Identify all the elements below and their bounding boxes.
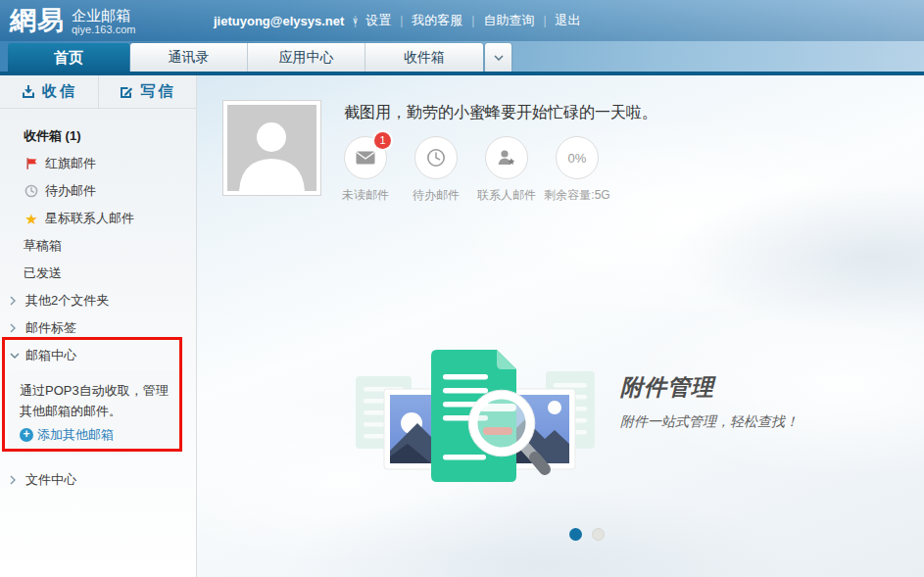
mail-center-title: 邮箱中心 — [25, 347, 76, 364]
stat-contact-mail[interactable]: 联系人邮件 — [471, 136, 542, 204]
mail-icon — [356, 151, 375, 165]
stat-label: 剩余容量:5G — [544, 187, 609, 204]
stat-label: 待办邮件 — [413, 187, 460, 204]
divider: | — [543, 14, 546, 27]
carousel-dot-1[interactable] — [569, 528, 582, 541]
folder-label: 星标联系人邮件 — [45, 210, 134, 227]
folder-label: 待办邮件 — [45, 182, 96, 200]
divider: | — [471, 14, 474, 27]
tab-dropdown-toggle[interactable] — [485, 43, 511, 72]
stat-todo-mail[interactable]: 待办邮件 — [401, 136, 471, 204]
chevron-right-icon — [10, 296, 20, 306]
banner-title: 附件管理 — [620, 372, 799, 403]
avatar[interactable] — [223, 101, 320, 195]
netease-logo: 網易 企业邮箱 qiye.163.com — [10, 3, 135, 38]
folder-mail-tags[interactable]: 邮件标签 — [0, 314, 196, 342]
capacity-percent: 0% — [568, 151, 587, 166]
compose-pencil-icon — [119, 84, 134, 100]
receive-mail-button[interactable]: 收信 — [0, 75, 99, 108]
attachment-banner-text: 附件管理 附件一站式管理，轻松查找！ — [620, 372, 799, 431]
cloud-decoration — [667, 183, 924, 330]
stat-label: 联系人邮件 — [477, 187, 536, 204]
folder-starred-contacts[interactable]: ★ 星标联系人邮件 — [0, 205, 196, 232]
plus-circle-icon: + — [20, 428, 33, 442]
sidebar: 收信 写信 收件箱 (1) 红旗邮 — [0, 75, 197, 577]
pop3-desc-line2: 其他邮箱的邮件。 — [20, 401, 172, 421]
clock-icon — [24, 184, 39, 198]
file-center-section[interactable]: 文件中心 — [0, 466, 196, 494]
add-other-mailbox-link[interactable]: + 添加其他邮箱 — [20, 424, 172, 445]
attachment-banner-illustration[interactable] — [349, 345, 599, 491]
tab-contacts[interactable]: 通讯录 — [130, 43, 248, 72]
folder-label: 红旗邮件 — [45, 155, 96, 172]
tab-bar: 首页 通讯录 应用中心 收件箱 — [0, 41, 924, 72]
chevron-down-icon — [10, 353, 20, 359]
folder-label: 其他2个文件夹 — [25, 292, 109, 310]
greeting-text: 截图用，勤劳的小蜜蜂要开始忙碌的一天啦。 — [344, 103, 657, 123]
compose-mail-button[interactable]: 写信 — [99, 75, 197, 108]
file-center-label: 文件中心 — [25, 471, 76, 489]
chevron-right-icon — [10, 323, 20, 333]
attachment-illustration-graphic — [349, 345, 599, 487]
top-bar: 網易 企业邮箱 qiye.163.com jietuyong@elysys.ne… — [0, 0, 924, 41]
mail-center-section[interactable]: 邮箱中心 — [0, 342, 196, 369]
product-domain: qiye.163.com — [72, 24, 135, 35]
folder-other-folders[interactable]: 其他2个文件夹 — [0, 287, 196, 314]
logout-link[interactable]: 退出 — [556, 12, 581, 29]
divider: | — [400, 14, 403, 27]
folder-red-flag[interactable]: 红旗邮件 — [0, 150, 196, 177]
cloud-decoration — [285, 487, 795, 577]
tab-home[interactable]: 首页 — [8, 43, 129, 72]
stat-remaining-capacity[interactable]: 0% 剩余容量:5G — [542, 136, 612, 204]
product-name: 企业邮箱 — [72, 8, 135, 24]
customer-service-link[interactable]: 我的客服 — [412, 12, 462, 29]
person-silhouette-icon — [227, 105, 316, 191]
self-query-link[interactable]: 自助查询 — [483, 12, 534, 29]
divider: | — [354, 14, 357, 27]
unread-badge: 1 — [374, 132, 391, 149]
account-email: jietuyong@elysys.net — [214, 14, 344, 28]
folder-label: 收件箱 (1) — [24, 127, 81, 145]
mail-center-panel: 通过POP3自动收取，管理 其他邮箱的邮件。 + 添加其他邮箱 — [8, 371, 182, 455]
add-other-mailbox-label: 添加其他邮箱 — [37, 424, 114, 445]
tab-app-center[interactable]: 应用中心 — [248, 43, 365, 72]
webmail-app: 網易 企业邮箱 qiye.163.com jietuyong@elysys.ne… — [0, 0, 924, 577]
red-flag-icon — [24, 157, 39, 170]
clock-icon — [426, 148, 446, 168]
folder-drafts[interactable]: 草稿箱 — [0, 232, 196, 260]
contact-star-icon — [497, 149, 516, 167]
inbox-download-icon — [21, 84, 36, 100]
compose-mail-label: 写信 — [140, 82, 175, 101]
settings-link[interactable]: 设置 — [365, 12, 391, 29]
folder-inbox[interactable]: 收件箱 (1) — [0, 122, 196, 150]
tab-group: 通讯录 应用中心 收件箱 — [130, 43, 483, 72]
folder-label: 已发送 — [24, 264, 62, 282]
banner-subtitle: 附件一站式管理，轻松查找！ — [620, 413, 799, 431]
stat-label: 未读邮件 — [342, 187, 389, 204]
folder-list: 收件箱 (1) 红旗邮件 待办邮件 — [0, 109, 196, 494]
receive-mail-label: 收信 — [42, 82, 77, 101]
pop3-desc-line1: 通过POP3自动收取，管理 — [20, 380, 172, 401]
stat-unread-mail[interactable]: 1 未读邮件 — [330, 136, 401, 204]
main-content: 截图用，勤劳的小蜜蜂要开始忙碌的一天啦。 1 未读邮件 — [197, 75, 924, 577]
tab-inbox[interactable]: 收件箱 — [365, 43, 483, 72]
brand-text: 網易 — [10, 3, 65, 38]
chevron-down-icon — [494, 55, 504, 61]
folder-todo[interactable]: 待办邮件 — [0, 177, 196, 205]
star-icon: ★ — [24, 212, 39, 226]
carousel-dots — [569, 528, 605, 541]
folder-sent[interactable]: 已发送 — [0, 260, 196, 287]
chevron-right-icon — [10, 475, 20, 485]
stats-row: 1 未读邮件 待办邮件 — [330, 136, 612, 204]
top-nav: | 设置 | 我的客服 | 自助查询 | 退出 — [345, 0, 581, 41]
folder-label: 邮件标签 — [25, 319, 76, 337]
carousel-dot-2[interactable] — [592, 528, 605, 541]
folder-label: 草稿箱 — [24, 237, 62, 255]
account-menu[interactable]: jietuyong@elysys.net ∨ — [214, 0, 359, 41]
